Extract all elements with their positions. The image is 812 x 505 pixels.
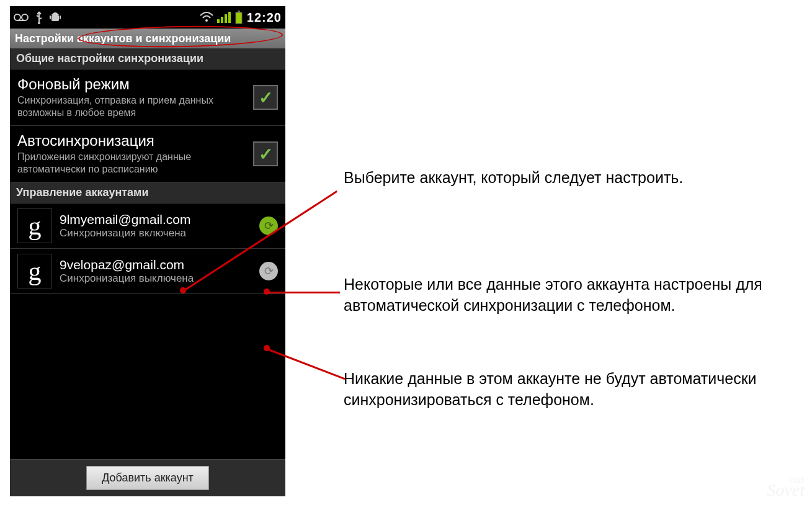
account-status: Синхронизация выключена [60, 272, 254, 285]
svg-rect-9 [221, 17, 223, 23]
bottom-bar: Добавить аккаунт [10, 459, 285, 496]
svg-rect-10 [225, 14, 227, 23]
check-icon: ✓ [259, 144, 273, 164]
sync-off-icon: ⟳ [259, 262, 278, 280]
status-clock: 12:20 [247, 11, 282, 25]
status-bar: 12:20 [10, 6, 285, 29]
svg-point-0 [14, 14, 20, 20]
wifi-icon [200, 12, 213, 23]
google-icon: g [17, 208, 52, 243]
account-row-1[interactable]: g 9lmyemail@gmail.com Синхронизация вклю… [10, 203, 285, 249]
section-header-accounts: Управление аккаунтами [10, 182, 285, 203]
setting-title: Автосинхронизация [17, 132, 247, 150]
svg-rect-11 [228, 12, 231, 23]
setting-autosync[interactable]: Автосинхронизация Приложения синхронизир… [10, 126, 285, 182]
signal-icon [217, 12, 231, 23]
svg-rect-6 [60, 16, 61, 19]
google-icon: g [17, 254, 52, 288]
setting-subtitle: Приложения синхронизируют данные автомат… [17, 151, 247, 176]
account-email: 9lmyemail@gmail.com [60, 212, 254, 227]
annotation-3: Никакие данные в этом аккаунте не будут … [344, 369, 778, 411]
svg-rect-4 [51, 15, 59, 21]
setting-subtitle: Синхронизация, отправка и прием данных в… [17, 94, 247, 119]
setting-background-mode[interactable]: Фоновый режим Синхронизация, отправка и … [10, 69, 285, 126]
svg-rect-5 [50, 16, 51, 19]
svg-point-1 [22, 14, 28, 20]
svg-rect-13 [238, 11, 240, 12]
setting-title: Фоновый режим [17, 76, 247, 93]
screen-title: Настройки аккаунтов и синхронизации [15, 32, 231, 45]
annotation-line [267, 292, 340, 293]
add-account-button[interactable]: Добавить аккаунт [86, 466, 209, 490]
screen-title-bar: Настройки аккаунтов и синхронизации [10, 29, 285, 48]
annotation-1: Выберите аккаунт, который следует настро… [344, 168, 778, 189]
svg-rect-12 [236, 12, 242, 24]
checkbox-background[interactable]: ✓ [253, 85, 278, 110]
watermark: club Sovet [767, 475, 805, 500]
annotation-2: Некоторые или все данные этого аккаунта … [344, 274, 778, 316]
android-icon [50, 11, 61, 24]
check-icon: ✓ [259, 87, 273, 108]
battery-icon [234, 11, 243, 24]
checkbox-autosync[interactable]: ✓ [253, 141, 278, 166]
account-status: Синхронизация включена [60, 227, 254, 239]
section-header-general: Общие настройки синхронизации [10, 48, 285, 69]
svg-point-7 [205, 19, 208, 22]
svg-rect-8 [217, 19, 220, 23]
voicemail-icon [14, 13, 29, 22]
svg-point-3 [38, 22, 40, 24]
account-row-2[interactable]: g 9velopaz@gmail.com Синхронизация выклю… [10, 249, 285, 294]
usb-icon [35, 11, 43, 24]
